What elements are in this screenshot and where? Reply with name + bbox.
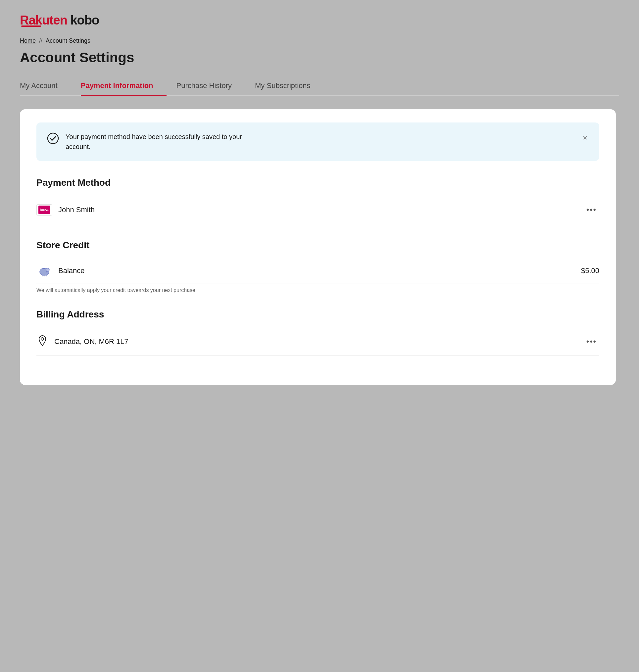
tab-purchase-history[interactable]: Purchase History — [176, 76, 245, 95]
store-credit-row: Balance $5.00 — [36, 259, 599, 283]
ideal-payment-icon: iDEAL — [36, 204, 52, 216]
brand-name-part2: kobo — [67, 13, 99, 27]
payment-method-row: iDEAL John Smith ••• — [36, 196, 599, 224]
close-banner-button[interactable]: × — [581, 132, 589, 144]
tab-payment-information[interactable]: Payment Information — [81, 76, 167, 95]
page-wrapper: Rakuten kobo Home // Account Settings Ac… — [0, 0, 639, 672]
logo-container: Rakuten kobo — [20, 13, 619, 27]
payment-method-section: Payment Method iDEAL John Smith ••• — [36, 177, 599, 224]
billing-address-heading: Billing Address — [36, 309, 599, 320]
store-credit-label: Balance — [58, 266, 85, 275]
svg-rect-4 — [44, 275, 45, 277]
brand-logo[interactable]: Rakuten kobo — [20, 13, 99, 28]
billing-address-section: Billing Address Canada, ON, M6R 1L7 ••• — [36, 309, 599, 356]
success-check-icon — [47, 132, 59, 144]
brand-name-part1: Rakuten — [20, 13, 67, 27]
breadcrumb-separator: // — [39, 37, 42, 44]
store-credit-icon — [36, 265, 52, 277]
main-card: Your payment method have been successful… — [20, 109, 616, 385]
location-pin-icon — [36, 335, 48, 348]
success-banner-left: Your payment method have been successful… — [47, 132, 264, 152]
svg-rect-8 — [43, 268, 45, 269]
svg-point-9 — [41, 338, 44, 340]
breadcrumb: Home // Account Settings — [20, 37, 619, 44]
store-credit-section: Store Credit — [36, 240, 599, 293]
billing-left: Canada, ON, M6R 1L7 — [36, 335, 128, 348]
store-credit-amount: $5.00 — [581, 266, 599, 275]
billing-more-options-button[interactable]: ••• — [584, 334, 599, 349]
success-banner: Your payment method have been successful… — [36, 123, 599, 161]
store-credit-heading: Store Credit — [36, 240, 599, 251]
tab-my-subscriptions[interactable]: My Subscriptions — [255, 76, 324, 95]
svg-point-7 — [46, 271, 47, 272]
svg-point-0 — [48, 133, 58, 144]
payment-row-left: iDEAL John Smith — [36, 204, 95, 216]
tab-my-account[interactable]: My Account — [20, 76, 71, 95]
billing-address-text: Canada, ON, M6R 1L7 — [54, 337, 128, 346]
breadcrumb-current: Account Settings — [46, 37, 90, 44]
svg-rect-3 — [42, 275, 43, 277]
payment-more-options-button[interactable]: ••• — [584, 203, 599, 217]
billing-address-row: Canada, ON, M6R 1L7 ••• — [36, 328, 599, 356]
svg-rect-5 — [46, 275, 47, 277]
breadcrumb-home-link[interactable]: Home — [20, 37, 36, 44]
store-credit-note: We will automatically apply your credit … — [36, 287, 599, 293]
success-message: Your payment method have been successful… — [65, 132, 264, 152]
tabs-container: My Account Payment Information Purchase … — [20, 76, 619, 96]
page-title: Account Settings — [20, 50, 619, 65]
store-credit-left: Balance — [36, 265, 85, 277]
svg-point-2 — [46, 268, 49, 271]
payment-holder-name: John Smith — [58, 206, 95, 214]
payment-method-heading: Payment Method — [36, 177, 599, 188]
ideal-badge: iDEAL — [38, 206, 50, 214]
